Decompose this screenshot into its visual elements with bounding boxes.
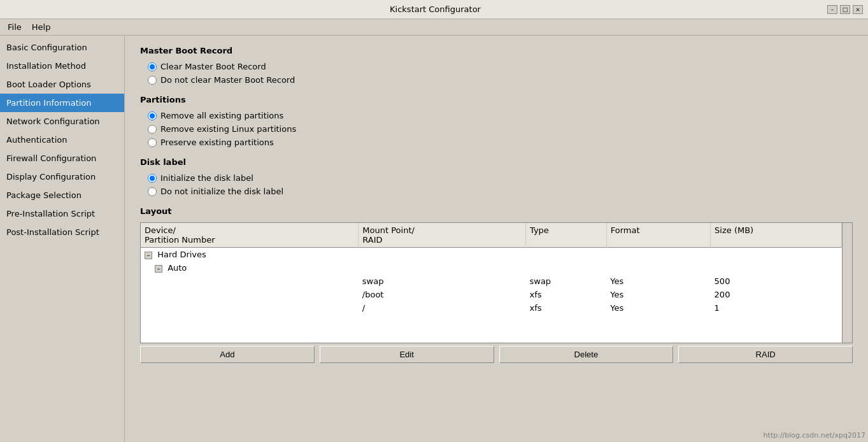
- cell-mount-boot: /boot: [359, 288, 526, 301]
- mbr-clear-label: Clear Master Boot Record: [160, 62, 266, 71]
- partitions-remove-all-radio[interactable]: [148, 111, 157, 120]
- watermark: http://blog.csdn.net/xpq2017: [764, 431, 865, 439]
- cell-size: [711, 248, 842, 262]
- sidebar-item-network-configuration[interactable]: Network Configuration: [0, 112, 124, 131]
- sidebar-item-basic-configuration[interactable]: Basic Configuration: [0, 38, 124, 57]
- table-row: – Hard Drives: [141, 248, 842, 262]
- sidebar-item-firewall-configuration[interactable]: Firewall Configuration: [0, 149, 124, 168]
- layout-title: Layout: [140, 206, 853, 216]
- col-type: Type: [525, 223, 606, 248]
- disk-init-option[interactable]: Initialize the disk label: [148, 173, 853, 183]
- cell-size-boot: 200: [711, 288, 842, 301]
- tree-toggle[interactable]: –: [145, 252, 152, 259]
- window-title: Kickstart Configurator: [43, 4, 827, 14]
- disk-noinit-radio[interactable]: [148, 187, 157, 196]
- sidebar-item-boot-loader-options[interactable]: Boot Loader Options: [0, 75, 124, 94]
- cell-device: [141, 301, 359, 315]
- cell-type-swap: swap: [525, 274, 606, 288]
- layout-table: Device/Partition Number Mount Point/RAID…: [141, 223, 842, 315]
- partitions-preserve-label: Preserve existing partitions: [160, 138, 274, 147]
- sidebar-item-partition-information[interactable]: Partition Information: [0, 94, 124, 112]
- cell-type: [525, 261, 606, 274]
- partitions-remove-all-label: Remove all existing partitions: [160, 111, 283, 120]
- master-boot-record-title: Master Boot Record: [140, 46, 853, 55]
- content-area: Master Boot Record Clear Master Boot Rec…: [125, 36, 868, 442]
- cell-format-swap: Yes: [606, 274, 710, 288]
- mbr-noclear-label: Do not clear Master Boot Record: [160, 75, 295, 85]
- cell-size-swap: 500: [711, 274, 842, 288]
- table-row: / xfs Yes 1: [141, 301, 842, 315]
- title-bar: Kickstart Configurator – □ ×: [0, 0, 868, 19]
- partitions-remove-linux-radio[interactable]: [148, 125, 157, 134]
- cell-format-boot: Yes: [606, 288, 710, 301]
- disk-noinit-option[interactable]: Do not initialize the disk label: [148, 187, 853, 196]
- hard-drives-label: Hard Drives: [157, 250, 206, 259]
- cell-size: [711, 261, 842, 274]
- disk-label-options: Initialize the disk label Do not initial…: [148, 173, 853, 196]
- menu-bar: File Help: [0, 19, 868, 36]
- close-button[interactable]: ×: [853, 5, 863, 14]
- cell-type-root: xfs: [525, 301, 606, 315]
- maximize-button[interactable]: □: [840, 5, 850, 14]
- partitions-preserve-option[interactable]: Preserve existing partitions: [148, 138, 853, 147]
- table-row: swap swap Yes 500: [141, 274, 842, 288]
- mbr-noclear-radio[interactable]: [148, 76, 157, 85]
- tree-toggle-auto[interactable]: –: [155, 265, 162, 273]
- partitions-title: Partitions: [140, 95, 853, 104]
- cell-type-boot: xfs: [525, 288, 606, 301]
- cell-mount-swap: swap: [359, 274, 526, 288]
- cell-type: [525, 248, 606, 262]
- partitions-remove-all-option[interactable]: Remove all existing partitions: [148, 111, 853, 120]
- add-button[interactable]: Add: [140, 346, 315, 363]
- partitions-options: Remove all existing partitions Remove ex…: [148, 111, 853, 147]
- cell-size-root: 1: [711, 301, 842, 315]
- col-mount: Mount Point/RAID: [359, 223, 526, 248]
- sidebar-item-pre-installation-script[interactable]: Pre-Installation Script: [0, 204, 124, 223]
- disk-noinit-label: Do not initialize the disk label: [160, 187, 283, 196]
- raid-button[interactable]: RAID: [678, 346, 853, 363]
- disk-init-radio[interactable]: [148, 174, 157, 183]
- cell-device: – Hard Drives: [141, 248, 359, 262]
- minimize-button[interactable]: –: [827, 5, 837, 14]
- layout-table-container[interactable]: Device/Partition Number Mount Point/RAID…: [140, 222, 853, 343]
- scrollbar[interactable]: [842, 223, 852, 343]
- mbr-clear-option[interactable]: Clear Master Boot Record: [148, 62, 853, 71]
- menu-help[interactable]: Help: [27, 20, 56, 34]
- mbr-noclear-option[interactable]: Do not clear Master Boot Record: [148, 75, 853, 85]
- sidebar-item-installation-method[interactable]: Installation Method: [0, 57, 124, 75]
- master-boot-record-options: Clear Master Boot Record Do not clear Ma…: [148, 62, 853, 85]
- cell-mount: [359, 261, 526, 274]
- action-buttons: Add Edit Delete RAID: [140, 346, 853, 363]
- cell-mount: [359, 248, 526, 262]
- table-row: /boot xfs Yes 200: [141, 288, 842, 301]
- mbr-clear-radio[interactable]: [148, 62, 157, 71]
- sidebar: Basic Configuration Installation Method …: [0, 36, 125, 442]
- cell-device: – Auto: [141, 261, 359, 274]
- table-header-row: Device/Partition Number Mount Point/RAID…: [141, 223, 842, 248]
- sidebar-item-authentication[interactable]: Authentication: [0, 131, 124, 149]
- disk-init-label: Initialize the disk label: [160, 173, 253, 183]
- cell-mount-root: /: [359, 301, 526, 315]
- main-layout: Basic Configuration Installation Method …: [0, 36, 868, 442]
- col-device: Device/Partition Number: [141, 223, 359, 248]
- menu-file[interactable]: File: [3, 20, 27, 34]
- disk-label-title: Disk label: [140, 157, 853, 167]
- col-format: Format: [606, 223, 710, 248]
- layout-section: Layout Device/Partition Number Mount Poi…: [140, 206, 853, 363]
- sidebar-item-display-configuration[interactable]: Display Configuration: [0, 168, 124, 186]
- partitions-remove-linux-option[interactable]: Remove existing Linux partitions: [148, 124, 853, 134]
- delete-button[interactable]: Delete: [499, 346, 674, 363]
- table-row: – Auto: [141, 261, 842, 274]
- partitions-remove-linux-label: Remove existing Linux partitions: [160, 124, 296, 134]
- sidebar-item-post-installation-script[interactable]: Post-Installation Script: [0, 223, 124, 241]
- cell-format-root: Yes: [606, 301, 710, 315]
- window-controls: – □ ×: [827, 5, 863, 14]
- cell-device: [141, 274, 359, 288]
- cell-format: [606, 261, 710, 274]
- partitions-preserve-radio[interactable]: [148, 138, 157, 147]
- edit-button[interactable]: Edit: [320, 346, 494, 363]
- sidebar-item-package-selection[interactable]: Package Selection: [0, 186, 124, 204]
- auto-label: Auto: [167, 263, 187, 273]
- cell-format: [606, 248, 710, 262]
- cell-device: [141, 288, 359, 301]
